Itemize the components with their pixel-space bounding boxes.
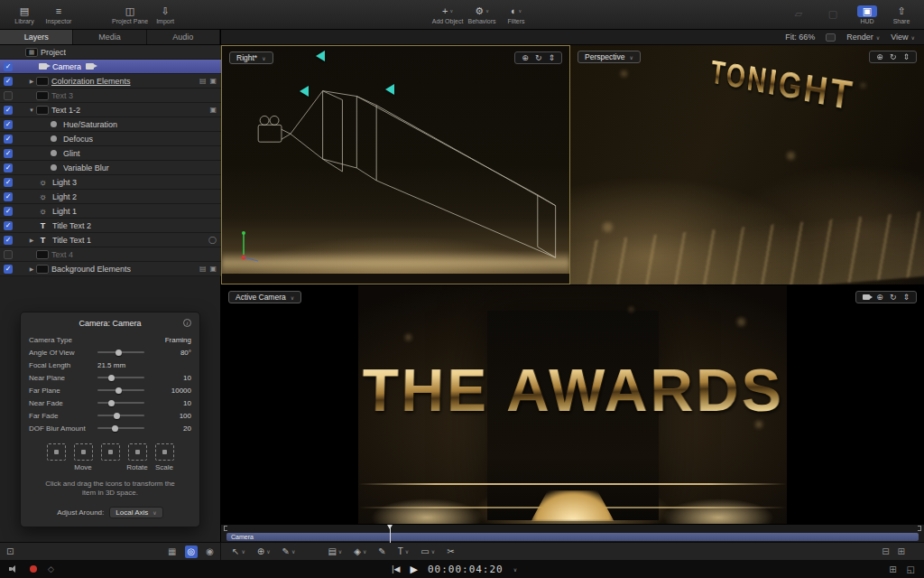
layer-visibility-checkbox[interactable]: ✓	[0, 192, 16, 201]
keyframe-marker-icon[interactable]	[316, 51, 325, 61]
viewport-right-menu[interactable]: Right*∨	[229, 51, 273, 64]
layer-visibility-checkbox[interactable]: ✓	[0, 135, 16, 144]
hud-button[interactable]: ▣ HUD	[850, 0, 884, 30]
fullscreen-icon[interactable]: ◱	[907, 564, 915, 574]
pan-view-icon[interactable]: ⊕	[522, 52, 529, 63]
render-menu[interactable]: Render∨	[846, 33, 880, 42]
hud-param-value[interactable]: 100	[153, 412, 191, 420]
color-tool[interactable]: ◈∨	[354, 546, 366, 556]
hud-param-value[interactable]: 20	[153, 424, 191, 433]
inspector-button[interactable]: ≡ Inspector	[42, 0, 76, 30]
layer-label[interactable]: Light 2	[52, 192, 77, 201]
in-point-marker[interactable]	[224, 526, 227, 531]
transform-tool[interactable]: ⊕∨	[257, 546, 271, 556]
clip-tool[interactable]: ▤∨	[328, 546, 342, 556]
share-button[interactable]: ⇧ Share	[884, 0, 919, 30]
layer-label[interactable]: Text 4	[51, 250, 73, 259]
keyframe-marker-icon[interactable]	[300, 86, 309, 97]
layer-label[interactable]: Light 1	[52, 207, 77, 216]
layer-label[interactable]: Title Text 2	[52, 221, 91, 230]
import-button[interactable]: ⇩ Import	[148, 0, 182, 30]
hud-slider[interactable]	[97, 427, 144, 429]
hud-slider[interactable]	[97, 389, 144, 391]
hud-slider[interactable]	[97, 415, 144, 416]
move-x-well[interactable]	[47, 443, 66, 461]
user-icon[interactable]: ◉	[206, 545, 214, 558]
keyframe-marker-icon[interactable]	[385, 84, 394, 95]
layer-row-text-1-2[interactable]: ✓▼Text 1-2▣	[0, 103, 221, 117]
layer-label[interactable]: Text 1-2	[51, 106, 80, 115]
display-icon[interactable]: ⊡	[6, 545, 14, 558]
layer-row-variable-blur[interactable]: ✓Variable Blur	[0, 161, 221, 175]
timeline-track-camera[interactable]: Camera	[226, 533, 919, 541]
layer-visibility-checkbox[interactable]	[0, 250, 16, 259]
hud-slider[interactable]	[97, 377, 144, 378]
layer-row-light-3[interactable]: ✓☼Light 3	[0, 175, 221, 190]
viewport-perspective[interactable]: TONIGHT Perspective∨ ⊕ ↻ ⇕	[570, 45, 924, 284]
circle-icon[interactable]: ◯	[208, 236, 217, 244]
layer-visibility-checkbox[interactable]: ✓	[0, 207, 16, 216]
dolly-view-icon[interactable]: ⇕	[902, 292, 910, 303]
layer-row-colorization-elements[interactable]: ✓▶Colorization Elements▤▣	[0, 74, 221, 89]
film-icon[interactable]: ▤	[199, 265, 207, 273]
behaviors-button[interactable]: ⚙∨ Behaviors	[465, 0, 499, 30]
film-icon[interactable]: ▤	[199, 77, 207, 85]
disclosure-triangle[interactable]: ▶	[27, 78, 36, 84]
audio-mute-icon[interactable]	[9, 564, 19, 573]
layer-label[interactable]: Glint	[63, 149, 80, 158]
hud-param-value[interactable]: 10000	[153, 387, 191, 395]
camera-select-icon[interactable]	[863, 292, 870, 303]
layer-visibility-checkbox[interactable]: ✓	[0, 265, 16, 274]
project-pane-button[interactable]: ◫ Project Pane	[112, 0, 148, 30]
layer-row-defocus[interactable]: ✓Defocus	[0, 132, 221, 146]
layer-visibility-checkbox[interactable]: ✓	[0, 163, 16, 172]
layer-label[interactable]: Project	[41, 48, 66, 57]
layer-label[interactable]: Light 3	[52, 178, 77, 187]
layer-visibility-checkbox[interactable]: ✓	[0, 221, 16, 230]
layer-row-text-3[interactable]: Text 3	[0, 89, 221, 103]
pen-tool[interactable]: ✎	[378, 546, 385, 556]
layer-row-light-1[interactable]: ✓☼Light 1	[0, 204, 221, 219]
disclosure-triangle[interactable]: ▼	[27, 107, 36, 113]
layer-row-text-4[interactable]: Text 4	[0, 247, 221, 262]
disclosure-triangle[interactable]: ▶	[27, 266, 36, 272]
viewport-camera-menu[interactable]: Active Camera∨	[228, 291, 301, 303]
move-z-well[interactable]	[101, 443, 120, 461]
library-button[interactable]: ▤ Library	[7, 0, 42, 30]
orbit-view-icon[interactable]: ↻	[535, 52, 542, 63]
hud-slider[interactable]	[97, 351, 144, 353]
hud-param-value[interactable]: 10	[153, 374, 191, 382]
layer-label[interactable]: Text 3	[51, 91, 73, 100]
layer-label[interactable]: Camera	[52, 62, 81, 71]
keyframe-icon[interactable]: ◇	[48, 564, 54, 573]
tab-media[interactable]: Media	[73, 30, 146, 44]
hud-param-value[interactable]: Framing	[153, 336, 191, 344]
layer-row-background-elements[interactable]: ✓▶Background Elements▤▣	[0, 262, 221, 276]
add-object-button[interactable]: +∨ Add Object	[430, 0, 465, 30]
layer-visibility-checkbox[interactable]: ✓	[0, 236, 16, 245]
viewport-right[interactable]: Right*∨ ⊕ ↻ ⇕	[221, 45, 570, 284]
record-button[interactable]	[30, 565, 37, 573]
hud-slider[interactable]	[97, 402, 144, 404]
tab-layers[interactable]: Layers	[0, 30, 73, 44]
orbit-view-icon[interactable]: ↻	[890, 292, 897, 303]
layer-label[interactable]: Title Text 1	[52, 236, 91, 245]
zoom-fit-icon[interactable]: ⊞	[889, 564, 896, 574]
layer-visibility-checkbox[interactable]: ✓	[0, 149, 16, 158]
stack-icon[interactable]: ▣	[209, 106, 217, 114]
dolly-view-icon[interactable]: ⇕	[902, 51, 910, 62]
layer-visibility-checkbox[interactable]: ✓	[0, 62, 16, 71]
info-icon[interactable]: i	[183, 319, 191, 327]
layer-row-light-2[interactable]: ✓☼Light 2	[0, 190, 221, 204]
timeline-ruler[interactable]	[221, 525, 924, 532]
stack-icon[interactable]: ▣	[209, 77, 217, 85]
cut-tool[interactable]: ✂	[447, 546, 454, 556]
viewport-perspective-menu[interactable]: Perspective∨	[578, 51, 641, 63]
layer-row-project[interactable]: ▦Project	[0, 45, 221, 60]
pan-view-icon[interactable]: ⊕	[876, 51, 883, 62]
brush-tool[interactable]: ✎∨	[282, 546, 296, 556]
layer-row-glint[interactable]: ✓Glint	[0, 146, 221, 161]
target-icon[interactable]: ◎	[185, 545, 199, 558]
filters-button[interactable]: ◐∨ Filters	[499, 0, 533, 30]
timeline-zoom-out-icon[interactable]: ⊟	[882, 546, 889, 556]
